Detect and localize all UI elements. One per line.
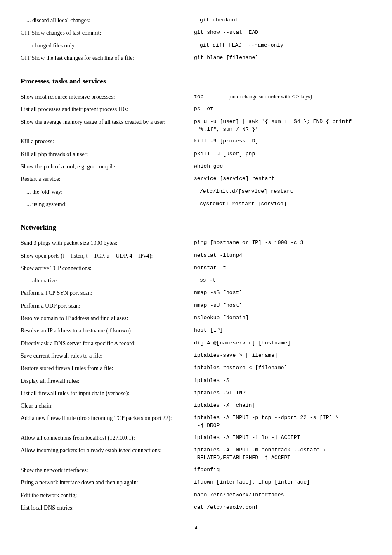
desc: Show most resource intensive processes: [21, 93, 194, 101]
cmd: ping [hostname or IP] -s 1000 -c 3 [194, 239, 371, 247]
row: Display all firewall rules: iptables -S [21, 377, 371, 385]
cmd: git diff HEAD~ --name-only [200, 42, 371, 50]
desc: Show open ports (l = listen, t = TCP, u … [21, 252, 194, 260]
row: ... changed files only: git diff HEAD~ -… [21, 42, 371, 50]
row: Show the path of a tool, e.g. gcc compil… [21, 163, 371, 171]
desc: ... using systemd: [21, 200, 200, 209]
desc: Edit the network config: [21, 491, 194, 500]
cmd: which gcc [194, 163, 371, 171]
desc: Kill all php threads of a user: [21, 150, 194, 159]
row: GIT Show the last changes for each line … [21, 54, 371, 62]
row: Show most resource intensive processes: … [21, 93, 371, 101]
cmd: /etc/init.d/[service] restart [200, 188, 371, 196]
row: Add a new firewall rule (drop incoming T… [21, 414, 371, 430]
row: Restore stored firewall rules from a fil… [21, 364, 371, 372]
desc: Bring a network interface down and then … [21, 479, 194, 487]
desc: List all firewall rules for input chain … [21, 389, 194, 398]
desc: GIT Show the last changes for each line … [21, 54, 194, 62]
section-processes-title: Processes, tasks and services [21, 77, 371, 85]
cmd: nmap -sU [host] [194, 302, 371, 310]
row: List local DNS entries: cat /etc/resolv.… [21, 504, 371, 512]
desc: Clear a chain: [21, 402, 194, 410]
row: Show the average memory usage of all tas… [21, 118, 371, 134]
desc: Directly ask a DNS server for a specific… [21, 339, 194, 348]
cmd: iptables -X [chain] [194, 402, 371, 410]
cmd: ps u -u [user] | awk '{ sum += $4 }; END… [194, 118, 371, 134]
cmd: git checkout . [200, 17, 371, 24]
row: ... discard all local changes: git check… [21, 17, 371, 25]
cmd: kill -9 [process ID] [194, 138, 371, 145]
cmd: dig A @[nameserver] [hostname] [194, 339, 371, 347]
desc: Kill a process: [21, 138, 194, 146]
cmd: systemctl restart [service] [200, 200, 371, 208]
cmd: git show --stat HEAD [194, 29, 371, 37]
row: GIT Show changes of last commit: git sho… [21, 29, 371, 37]
page-number: 4 [21, 524, 371, 531]
cmd: nmap -sS [host] [194, 289, 371, 297]
desc: Restore stored firewall rules from a fil… [21, 364, 194, 372]
row: Restart a service: service [service] res… [21, 175, 371, 183]
row: Clear a chain: iptables -X [chain] [21, 402, 371, 410]
row: List all processes and their parent proc… [21, 105, 371, 114]
desc: Send 3 pings with packet size 1000 bytes… [21, 239, 194, 247]
cmd: cat /etc/resolv.conf [194, 504, 371, 512]
desc: Display all firewall rules: [21, 377, 194, 385]
cmd: ifdown [interface]; ifup [interface] [194, 479, 371, 486]
cmd: nslookup [domain] [194, 314, 371, 322]
desc: List local DNS entries: [21, 504, 194, 512]
desc: Restart a service: [21, 175, 194, 183]
desc: ... discard all local changes: [21, 17, 200, 25]
note: (note: change sort order with < > keys) [228, 93, 312, 100]
cmd: ifconfig [194, 466, 371, 474]
desc: Show the path of a tool, e.g. gcc compil… [21, 163, 194, 171]
cmd: iptables -A INPUT -i lo -j ACCEPT [194, 434, 371, 442]
desc: Add a new firewall rule (drop incoming T… [21, 414, 194, 422]
row: Allow all connections from localhost (12… [21, 434, 371, 442]
cmd: iptables-save > [filename] [194, 352, 371, 360]
desc: Show active TCP connections: [21, 264, 194, 273]
desc: List all processes and their parent proc… [21, 105, 194, 114]
desc: Perform a TCP SYN port scan: [21, 289, 194, 297]
cmd: top(note: change sort order with < > key… [194, 93, 371, 101]
desc: Show the average memory usage of all tas… [21, 118, 194, 126]
desc: ... the 'old' way: [21, 188, 200, 196]
row: Perform a TCP SYN port scan: nmap -sS [h… [21, 289, 371, 297]
cmd: host [IP] [194, 327, 371, 334]
row: Resolve an IP address to a hostname (if … [21, 327, 371, 335]
desc: Allow incoming packets for already estab… [21, 446, 194, 455]
row: ... alternative: ss -t [21, 277, 371, 285]
row: Show the network interfaces: ifconfig [21, 466, 371, 474]
row: Send 3 pings with packet size 1000 bytes… [21, 239, 371, 247]
row: Kill a process: kill -9 [process ID] [21, 138, 371, 146]
desc: ... alternative: [21, 277, 200, 285]
desc: Save current firewall rules to a file: [21, 352, 194, 360]
desc: ... changed files only: [21, 42, 200, 50]
desc: Resolve domain to IP address and find al… [21, 314, 194, 323]
cmd: git blame [filename] [194, 54, 371, 62]
row: Save current firewall rules to a file: i… [21, 352, 371, 360]
cmd: iptables-restore < [filename] [194, 364, 371, 372]
cmd: service [service] restart [194, 175, 371, 183]
cmd: iptables -S [194, 377, 371, 385]
desc: Show the network interfaces: [21, 466, 194, 474]
row: Show open ports (l = listen, t = TCP, u … [21, 252, 371, 260]
cmd: iptables -A INPUT -p tcp --dport 22 -s [… [194, 414, 371, 430]
row: Show active TCP connections: netstat -t [21, 264, 371, 273]
desc: GIT Show changes of last commit: [21, 29, 194, 37]
desc: Resolve an IP address to a hostname (if … [21, 327, 194, 335]
row: Edit the network config: nano /etc/netwo… [21, 491, 371, 500]
row: Directly ask a DNS server for a specific… [21, 339, 371, 348]
cmd: nano /etc/network/interfaces [194, 491, 371, 499]
desc: Perform a UDP port scan: [21, 302, 194, 310]
cmd: netstat -ltunp4 [194, 252, 371, 260]
cmd: pkill -u [user] php [194, 150, 371, 158]
row: Allow incoming packets for already estab… [21, 446, 371, 462]
cmd: iptables -A INPUT -m conntrack --cstate … [194, 446, 371, 462]
row: Perform a UDP port scan: nmap -sU [host] [21, 302, 371, 310]
desc: Allow all connections from localhost (12… [21, 434, 194, 442]
row: Bring a network interface down and then … [21, 479, 371, 487]
row: ... using systemd: systemctl restart [se… [21, 200, 371, 209]
row: ... the 'old' way: /etc/init.d/[service]… [21, 188, 371, 196]
row: Resolve domain to IP address and find al… [21, 314, 371, 323]
row: Kill all php threads of a user: pkill -u… [21, 150, 371, 159]
